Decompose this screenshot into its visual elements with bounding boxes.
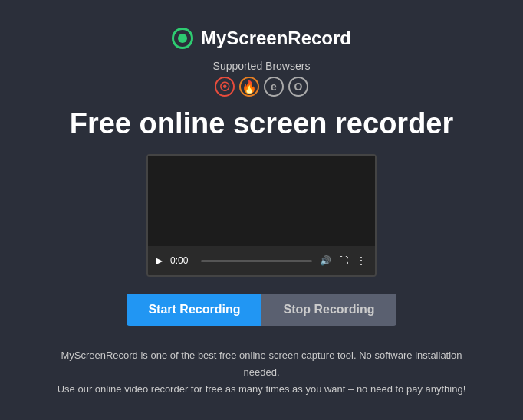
supported-browsers: Supported Browsers ⦿ 🔥 e O (213, 60, 311, 97)
chrome-icon: ⦿ (215, 77, 235, 97)
recording-buttons: Start Recording Stop Recording (127, 294, 396, 326)
fullscreen-button[interactable]: ⛶ (339, 255, 348, 266)
video-controls: ▶ 0:00 🔊 ⛶ ⋮ (148, 246, 375, 275)
volume-button[interactable]: 🔊 (320, 255, 331, 266)
edge-icon: e (264, 77, 284, 97)
header: MyScreenRecord (172, 28, 351, 49)
more-options-button[interactable]: ⋮ (356, 254, 367, 267)
logo-icon-inner (178, 34, 187, 43)
description-line1: MyScreenRecord is one of the best free o… (54, 347, 469, 381)
firefox-icon: 🔥 (239, 77, 259, 97)
video-screen (148, 156, 375, 246)
hero-title: Free online screen recorder (70, 107, 454, 140)
opera-icon: O (288, 77, 308, 97)
video-player: ▶ 0:00 🔊 ⛶ ⋮ (146, 154, 377, 277)
play-button[interactable]: ▶ (156, 255, 163, 266)
description-line2: Use our online video recorder for free a… (54, 381, 469, 398)
stop-recording-button[interactable]: Stop Recording (262, 294, 396, 326)
progress-bar[interactable] (201, 260, 312, 262)
browsers-label: Supported Browsers (213, 60, 311, 72)
logo-icon (172, 28, 193, 49)
browser-icons: ⦿ 🔥 e O (213, 77, 311, 97)
app-title: MyScreenRecord (201, 28, 351, 49)
time-display: 0:00 (170, 255, 193, 266)
description: MyScreenRecord is one of the best free o… (39, 347, 484, 398)
start-recording-button[interactable]: Start Recording (127, 294, 262, 326)
